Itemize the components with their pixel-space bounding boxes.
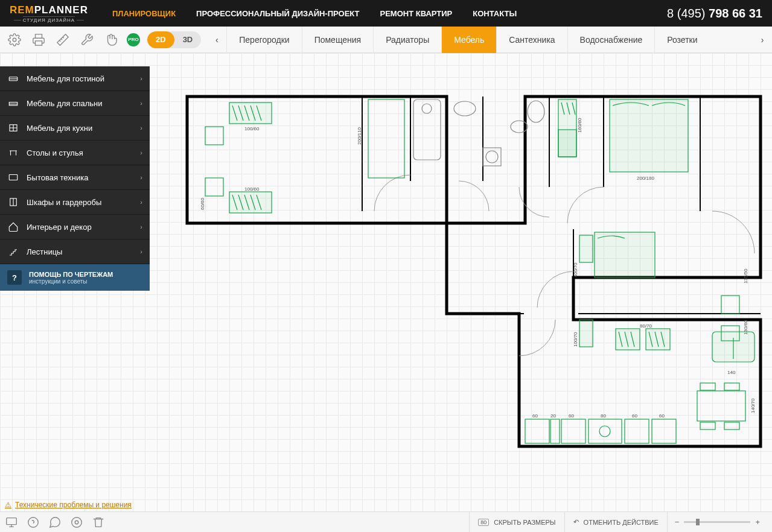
trash-icon[interactable] <box>92 516 105 529</box>
svg-rect-58 <box>525 419 549 443</box>
zoom-control: − + <box>667 512 767 533</box>
svg-text:60: 60 <box>532 413 538 419</box>
sidebar-item-wardrobes[interactable]: Шкафы и гардеробы› <box>0 190 150 215</box>
zoom-in-button[interactable]: + <box>755 518 760 527</box>
svg-point-72 <box>28 517 39 527</box>
floor-plan[interactable]: 100/60 100/60 60/60 200/110 160/60 200/1… <box>181 90 767 464</box>
svg-text:100/60: 100/60 <box>244 126 260 131</box>
svg-text:60: 60 <box>659 413 665 419</box>
nav-design-project[interactable]: ПРОФЕССИОНАЛЬНЫЙ ДИЗАЙН-ПРОЕКТ <box>196 9 359 18</box>
header: REMPLANNER СТУДИЯ ДИЗАЙНА ПЛАНИРОВЩИК ПР… <box>0 0 772 27</box>
pro-badge[interactable]: PRO <box>127 33 140 46</box>
svg-point-74 <box>72 517 82 527</box>
svg-rect-47 <box>646 329 670 350</box>
view-toggle: 2D 3D <box>147 31 201 48</box>
tab-walls[interactable]: Перегородки <box>226 27 301 53</box>
kitchen-icon <box>7 122 19 134</box>
svg-rect-67 <box>625 419 649 443</box>
chevron-right-icon: › <box>140 100 142 107</box>
footer-right: 80 СКРЫТЬ РАЗМЕРЫ ↶ ОТМЕНИТЬ ДЕЙСТВИЕ − … <box>469 512 767 533</box>
nav-planner[interactable]: ПЛАНИРОВЩИК <box>112 9 176 18</box>
svg-rect-42 <box>721 296 739 314</box>
undo-button[interactable]: ↶ ОТМЕНИТЬ ДЕЙСТВИЕ <box>564 512 667 533</box>
svg-text:60: 60 <box>632 413 637 419</box>
sidebar-item-kitchen[interactable]: Мебель для кухни› <box>0 116 150 141</box>
sidebar-item-living[interactable]: Мебель для гостиной› <box>0 66 150 91</box>
print-icon[interactable] <box>30 31 47 48</box>
toolbar-left: PRO 2D 3D <box>0 31 207 48</box>
svg-point-27 <box>454 101 476 116</box>
hide-dims-button[interactable]: 80 СКРЫТЬ РАЗМЕРЫ <box>469 512 564 533</box>
chevron-right-icon: › <box>140 174 142 181</box>
logo-part-rem: REM <box>10 4 34 16</box>
home-icon <box>7 221 19 233</box>
svg-text:160/60: 160/60 <box>577 118 582 133</box>
svg-text:80/70: 80/70 <box>640 323 652 329</box>
svg-text:60: 60 <box>569 413 574 419</box>
footer-left <box>5 516 105 529</box>
logo-subtitle: СТУДИЯ ДИЗАЙНА <box>23 16 75 23</box>
screen-icon[interactable] <box>5 516 18 529</box>
tab-sockets[interactable]: Розетки <box>654 27 709 53</box>
nav-renovation[interactable]: РЕМОНТ КВАРТИР <box>380 9 453 18</box>
svg-rect-19 <box>205 178 223 196</box>
gear-icon[interactable] <box>6 31 23 48</box>
svg-text:100/70: 100/70 <box>573 332 578 347</box>
svg-text:200/180: 200/180 <box>637 176 654 181</box>
sidebar-help[interactable]: ? ПОМОЩЬ ПО ЧЕРТЕЖАМ инструкции и советы <box>0 264 150 291</box>
sidebar-item-bedroom[interactable]: Мебель для спальни› <box>0 91 150 116</box>
help-title: ПОМОЩЬ ПО ЧЕРТЕЖАМ <box>29 271 113 278</box>
sidebar-item-tables[interactable]: Столы и стулья› <box>0 141 150 165</box>
phone-number[interactable]: 8 (495) 798 66 31 <box>667 7 762 21</box>
svg-text:60/60: 60/60 <box>200 197 205 210</box>
furniture-sidebar: Мебель для гостиной› Мебель для спальни›… <box>0 66 150 291</box>
sidebar-item-stairs[interactable]: Лестницы› <box>0 239 150 264</box>
small-gear-icon[interactable] <box>70 516 83 529</box>
svg-point-65 <box>599 426 610 437</box>
chevron-right-icon: › <box>140 75 142 82</box>
bed-icon <box>7 97 19 109</box>
tech-issues-link[interactable]: ⚠ Технические проблемы и решения <box>5 501 132 509</box>
view-3d-button[interactable]: 3D <box>174 31 202 48</box>
sidebar-item-decor[interactable]: Интерьер и декор› <box>0 215 150 239</box>
svg-rect-25 <box>413 100 441 160</box>
svg-rect-60 <box>550 419 560 443</box>
svg-rect-35 <box>610 100 688 172</box>
svg-rect-69 <box>652 419 676 443</box>
svg-text:135/50: 135/50 <box>743 268 748 283</box>
question-icon: ? <box>7 270 22 285</box>
tab-furniture[interactable]: Мебель <box>441 27 496 53</box>
sofa-icon <box>7 72 19 84</box>
svg-rect-54 <box>724 383 739 390</box>
svg-rect-33 <box>558 130 576 157</box>
svg-text:400/70: 400/70 <box>573 262 578 277</box>
tab-radiators[interactable]: Радиаторы <box>373 27 441 53</box>
tabs-scroll-left[interactable]: ‹ <box>207 35 226 45</box>
svg-rect-40 <box>579 320 593 347</box>
svg-rect-23 <box>368 100 404 178</box>
help-circle-icon[interactable] <box>27 516 40 529</box>
chevron-right-icon: › <box>140 124 142 131</box>
tabs-scroll-right[interactable]: › <box>753 35 772 45</box>
zoom-out-button[interactable]: − <box>675 518 680 527</box>
tools-icon[interactable] <box>78 31 95 48</box>
zoom-slider[interactable] <box>684 521 750 523</box>
svg-point-31 <box>528 101 544 122</box>
tab-rooms[interactable]: Помещения <box>302 27 374 53</box>
view-2d-button[interactable]: 2D <box>147 31 174 48</box>
sidebar-item-appliances[interactable]: Бытовая техника› <box>0 165 150 190</box>
svg-rect-53 <box>700 383 715 390</box>
nav-contacts[interactable]: КОНТАКТЫ <box>473 9 517 18</box>
tab-plumbing[interactable]: Сантехника <box>496 27 567 53</box>
toolbar: PRO 2D 3D ‹ Перегородки Помещения Радиат… <box>0 27 772 53</box>
ruler-icon[interactable] <box>54 31 71 48</box>
logo[interactable]: REMPLANNER СТУДИЯ ДИЗАЙНА <box>10 4 88 23</box>
svg-rect-52 <box>697 391 745 421</box>
tab-water[interactable]: Водоснабжение <box>567 27 655 53</box>
svg-rect-64 <box>589 419 622 443</box>
svg-rect-1 <box>36 40 42 45</box>
hand-icon[interactable] <box>103 31 120 48</box>
svg-rect-56 <box>724 422 739 429</box>
svg-text:100/60: 100/60 <box>244 186 260 192</box>
chat-icon[interactable] <box>48 516 62 529</box>
